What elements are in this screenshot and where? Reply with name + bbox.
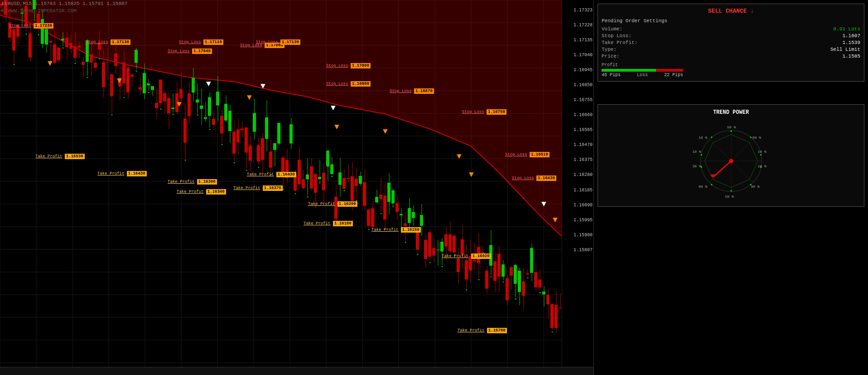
price-tick: 1.16945	[574, 68, 593, 73]
take-profit-label: Take Profit 1.16290	[308, 202, 357, 206]
price-tick: 1.16090	[574, 203, 593, 208]
price-tick: 1.16185	[574, 188, 593, 193]
chart-header: EURUSD,M15 1.15793 1.15825 1.15791 1.158…	[2, 1, 127, 6]
svg-point-5	[730, 131, 732, 132]
price-tick: 1.16755	[574, 97, 593, 102]
svg-line-16	[713, 161, 731, 177]
svg-point-11	[711, 184, 713, 185]
price-tick: 1.16660	[574, 112, 593, 117]
arrow-orange: ▼	[457, 152, 462, 161]
type-value: Sell Limit	[830, 47, 860, 52]
arrow-orange: ▼	[247, 93, 252, 102]
svg-text:30 %: 30 %	[692, 164, 701, 168]
volume-value: 0.91 Lots	[834, 26, 860, 32]
svg-text:80 %: 80 %	[699, 185, 708, 189]
profit-label: Profit	[602, 63, 683, 68]
stoploss-label: Stop Loss:	[602, 33, 632, 39]
order-row-type: Type: Sell Limit	[602, 47, 860, 52]
stop-loss-label: Stop Loss 1.17130	[86, 40, 130, 44]
profit-pips: 46 Pips	[602, 73, 621, 78]
gauge-container: 50 % 80 % 10 % 10 % 30 % 50 % 80 % 30 % …	[690, 120, 772, 202]
stop-loss-label: Stop Loss 1.17230	[9, 24, 53, 28]
price-tick: 1.17323	[574, 8, 593, 13]
trend-power-box: TREND POWER	[598, 104, 864, 207]
svg-text:10 %: 10 %	[692, 150, 701, 154]
pending-order-title: Pending Order Settings	[602, 18, 860, 24]
stop-loss-label: Stop Loss 1.17110	[179, 40, 223, 44]
take-profit-label: Take Profit 1.16430	[247, 172, 296, 177]
order-row-stoploss: Stop Loss: 1.1607	[602, 33, 860, 39]
profit-loss-section: Profit 46 Pips Loss 22 Pips	[602, 63, 860, 78]
order-row-price: Price: 1.1585	[602, 54, 860, 59]
take-profit-label: Take Profit 1.16180	[304, 221, 353, 226]
sell-chance-title: SELL CHANCE ↓	[602, 8, 860, 15]
profit-green-bar	[602, 69, 656, 72]
chart-area: EURUSD,M15 1.15793 1.15825 1.15791 1.158…	[0, 0, 593, 375]
arrow-orange: ▼	[334, 122, 339, 131]
order-row-takeprofit: Take Profit: 1.1539	[602, 40, 860, 45]
stop-loss-label: Stop Loss 1.16430	[512, 176, 556, 180]
arrow-white: ▼	[206, 79, 211, 88]
type-label: Type:	[602, 47, 617, 52]
chart-title: EURUSD,M15 1.15793 1.15825 1.15791 1.158…	[2, 1, 127, 6]
arrow-orange: ▼	[177, 100, 182, 109]
svg-point-17	[729, 159, 733, 163]
trend-power-title: TREND POWER	[603, 109, 859, 116]
price-tick: 1.15995	[574, 218, 593, 223]
loss-label: Loss	[637, 73, 648, 78]
arrow-white: ▼	[331, 103, 336, 112]
stop-loss-label: Stop Loss 1.16750	[462, 110, 506, 114]
svg-text:30 %: 30 %	[751, 185, 760, 189]
arrow-white: ▼	[541, 200, 546, 209]
price-tick: 1.16565	[574, 127, 593, 132]
price-tick: 1.16375	[574, 157, 593, 162]
take-profit-label: Take Profit 1.16150	[371, 228, 421, 232]
stop-loss-label: Stop Loss 1.17040	[168, 49, 212, 54]
arrow-white: ▼	[260, 82, 265, 91]
take-profit-label: Take Profit 1.15780	[458, 328, 507, 333]
price-tick: 1.17135	[574, 38, 593, 43]
svg-point-10	[730, 190, 732, 192]
watermark: © WWW.TREND-IMPERATOR.COM	[2, 8, 77, 14]
arrow-orange: ▼	[48, 59, 53, 68]
order-row-volume: Volume: 0.91 Lots	[602, 26, 860, 32]
price-tick: 1.17040	[574, 53, 593, 58]
svg-text:80 %: 80 %	[752, 136, 761, 140]
arrow-orange: ▼	[553, 215, 558, 224]
loss-red-bar	[656, 69, 683, 72]
right-panel: SELL CHANCE ↓ Pending Order Settings Vol…	[593, 0, 868, 375]
take-profit-label: Take Profit 1.16390	[168, 180, 217, 184]
svg-text:10 %: 10 %	[757, 150, 767, 154]
svg-text:10 %: 10 %	[699, 136, 708, 140]
volume-label: Volume:	[602, 26, 622, 32]
take-profit-label: Take Profit 1.16020	[442, 254, 491, 258]
svg-text:50 %: 50 %	[725, 195, 734, 199]
svg-point-7	[760, 154, 762, 156]
price-tick: 1.16470	[574, 142, 593, 147]
take-profit-label: Take Profit 1.16370	[233, 186, 283, 190]
svg-point-13	[700, 154, 702, 156]
svg-point-14	[711, 136, 713, 138]
arrow-orange: ▼	[117, 76, 122, 85]
svg-text:10 %: 10 %	[757, 164, 767, 168]
stop-loss-label: Stop Loss 1.16900	[326, 82, 371, 86]
sell-chance-box: SELL CHANCE ↓ Pending Order Settings Vol…	[598, 4, 864, 82]
price-tick: 1.17228	[574, 23, 593, 28]
profit-column: Profit 46 Pips Loss 22 Pips	[602, 63, 683, 78]
stop-loss-label: Stop Loss 1.16510	[505, 152, 550, 157]
take-profit-label: Take Profit 1.16530	[35, 154, 85, 159]
takeprofit-value: 1.1539	[842, 40, 860, 45]
stop-loss-label: Stop Loss 1.16870	[390, 89, 434, 93]
arrow-orange: ▼	[383, 127, 388, 136]
price-tick: 1.16850	[574, 83, 593, 88]
takeprofit-label: Take Profit:	[602, 40, 637, 45]
price-axis: 1.173231.172281.171351.170401.169451.168…	[562, 0, 593, 375]
take-profit-label: Take Profit 1.16430	[97, 171, 147, 176]
price-label: Price:	[602, 54, 620, 59]
svg-text:50 %: 50 %	[727, 125, 736, 129]
arrow-orange: ▼	[469, 170, 474, 179]
loss-pips: 22 Pips	[664, 73, 683, 78]
bottom-bar	[0, 367, 593, 375]
price-tick: 1.16280	[574, 172, 593, 177]
svg-point-6	[750, 136, 752, 138]
